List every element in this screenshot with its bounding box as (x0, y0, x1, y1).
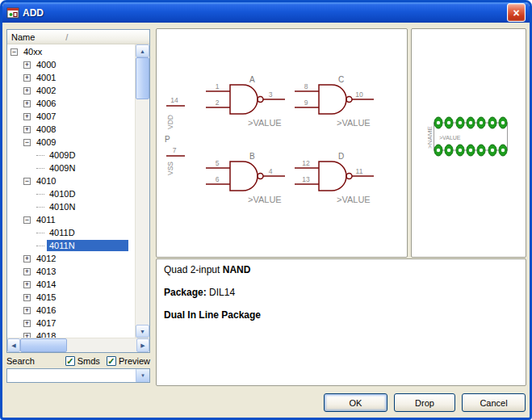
value-placeholder: >VALUE (248, 118, 282, 128)
tree-horizontal-scrollbar[interactable]: ◀ ▶ (7, 338, 149, 352)
tree-connector (36, 245, 44, 246)
tree-item[interactable]: −4011 (7, 213, 135, 226)
tree-item[interactable]: +4012 (7, 252, 135, 265)
scrollbar-thumb[interactable] (136, 57, 149, 99)
preview-checkbox[interactable]: ✓ Preview (107, 356, 150, 366)
expand-icon[interactable]: + (23, 307, 31, 314)
expand-icon[interactable]: + (23, 255, 31, 262)
tree-vertical-scrollbar[interactable]: ▲ ▼ (135, 44, 149, 338)
tree-item[interactable]: +4002 (7, 84, 135, 97)
collapse-icon[interactable]: − (23, 139, 31, 146)
tree-item-label: 4017 (34, 317, 58, 329)
tree-item[interactable]: +4008 (7, 123, 135, 136)
tree-connector (36, 167, 44, 169)
tree-column-header[interactable]: Name / (7, 30, 149, 44)
tree-item[interactable]: 4010D (7, 187, 135, 200)
tree-item-label: 4011N (47, 240, 128, 251)
scroll-down-button[interactable]: ▼ (136, 325, 149, 338)
tree-item-label: 4008 (34, 124, 58, 135)
value-placeholder: >VALUE (439, 135, 461, 141)
symbol-preview-panel: 14 VDD P 7 VSS A 1 2 3 >VALUE C 8 (156, 28, 408, 258)
expand-icon[interactable]: + (23, 320, 31, 327)
pin-number: 10 (355, 90, 363, 99)
expand-icon[interactable]: + (23, 126, 31, 133)
arrow-left-icon: ◀ (11, 342, 15, 349)
scrollbar-track[interactable] (136, 57, 149, 325)
tree-item-label: 4012 (34, 253, 58, 264)
pin-number: 14 (170, 96, 178, 104)
expand-icon[interactable]: + (23, 87, 31, 94)
pin-number: 3 (269, 90, 273, 99)
collapse-icon[interactable]: − (10, 48, 18, 56)
description-line: Package: DIL14 (164, 287, 518, 298)
expand-icon[interactable]: + (23, 113, 31, 120)
expand-icon[interactable]: + (23, 74, 31, 82)
description-panel: Quad 2-input NAND Package: DIL14 Dual In… (156, 258, 526, 386)
package-preview-panel: >NAME >VALUE (411, 28, 526, 258)
power-symbol: 14 VDD P 7 VSS (165, 96, 185, 175)
tree-list: −40xx+4000+4001+4002+4006+4007+4008−4009… (7, 44, 135, 338)
ok-button[interactable]: OK (324, 393, 387, 412)
nand-gate: D 12 13 11 >VALUE (295, 152, 374, 204)
scroll-right-button[interactable]: ▶ (136, 338, 149, 352)
tree-item[interactable]: +4013 (7, 265, 135, 278)
sort-indicator-icon: / (65, 32, 68, 42)
expand-icon[interactable]: + (23, 61, 31, 69)
expand-icon[interactable]: + (23, 281, 31, 288)
gate-label: B (249, 152, 255, 161)
dialog-icon (6, 6, 19, 19)
button-row: OK Drop Cancel (2, 393, 526, 412)
tree-item[interactable]: +4000 (7, 58, 135, 71)
tree-item[interactable]: +4017 (7, 317, 135, 330)
scrollbar-thumb[interactable] (20, 338, 67, 352)
pin-name: VSS (166, 162, 174, 175)
window-title: ADD (23, 7, 507, 19)
tree-item[interactable]: −40xx (7, 45, 135, 58)
scroll-left-button[interactable]: ◀ (7, 338, 20, 352)
pin-number: 12 (302, 159, 310, 167)
tree-item[interactable]: −4010 (7, 174, 135, 187)
tree-item[interactable]: 4009D (7, 149, 135, 162)
titlebar[interactable]: ADD × (2, 2, 530, 23)
tree-item[interactable]: +4006 (7, 97, 135, 110)
expand-icon[interactable]: + (23, 268, 31, 275)
tree-item[interactable]: 4010N (7, 200, 135, 213)
tree-item[interactable]: 4011D (7, 226, 135, 239)
expand-icon[interactable]: + (23, 294, 31, 301)
pin-number: 8 (304, 82, 308, 90)
cancel-button[interactable]: Cancel (462, 393, 526, 412)
collapse-icon[interactable]: − (23, 216, 31, 224)
search-combobox[interactable]: ▼ (6, 368, 150, 383)
pin-number: 9 (304, 99, 308, 107)
smds-checkbox[interactable]: ✓ Smds (65, 356, 100, 366)
arrow-right-icon: ▶ (140, 342, 145, 349)
tree-item-label: 4014 (34, 279, 58, 290)
tree-item[interactable]: +4001 (7, 71, 135, 84)
tree-item[interactable]: 4009N (7, 162, 135, 174)
collapse-icon[interactable]: − (23, 178, 31, 185)
arrow-down-icon: ▼ (140, 329, 145, 334)
tree-item[interactable]: +4007 (7, 110, 135, 123)
search-label: Search (6, 356, 59, 366)
tree-item-label: 4018 (34, 330, 58, 338)
nand-gate: B 5 6 4 >VALUE (206, 152, 285, 204)
search-input[interactable] (7, 369, 136, 382)
drop-button[interactable]: Drop (394, 393, 455, 412)
tree-item[interactable]: +4014 (7, 278, 135, 291)
close-button[interactable]: × (507, 3, 526, 22)
tree-item-label: 4006 (34, 98, 58, 109)
tree-item-label: 4010N (47, 201, 77, 212)
tree-item[interactable]: +4015 (7, 291, 135, 304)
tree-item[interactable]: +4016 (7, 304, 135, 317)
tree-item[interactable]: 4011N (7, 239, 135, 252)
tree-item[interactable]: −4009 (7, 136, 135, 149)
tree-connector (36, 206, 44, 208)
scroll-up-button[interactable]: ▲ (136, 44, 149, 57)
description-line: Quad 2-input NAND (164, 264, 518, 275)
tree-item[interactable]: +4018 (7, 330, 135, 338)
value-placeholder: >VALUE (337, 118, 371, 128)
dropdown-button[interactable]: ▼ (136, 369, 149, 382)
scrollbar-track[interactable] (20, 338, 136, 352)
expand-icon[interactable]: + (23, 100, 31, 107)
pin-name: VDD (166, 115, 174, 129)
